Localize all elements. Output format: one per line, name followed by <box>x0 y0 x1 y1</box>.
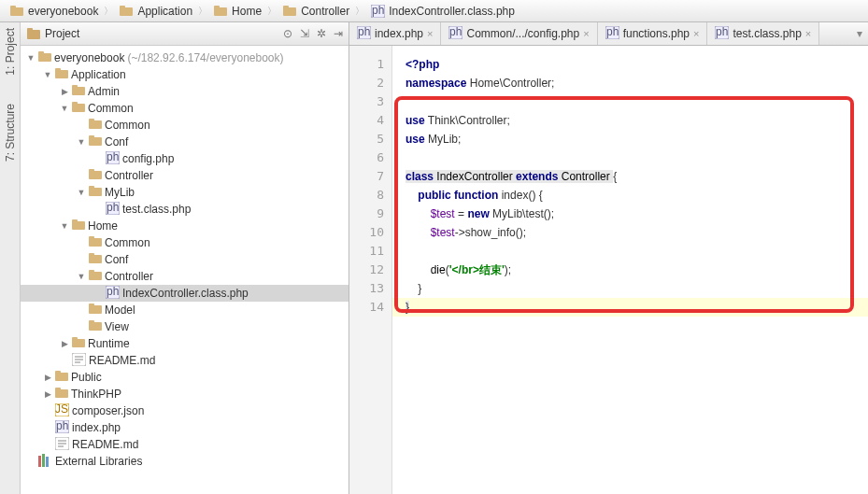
tree-node[interactable]: ▶ThinkPHP <box>21 386 349 402</box>
locate-icon[interactable]: ⊙ <box>283 27 292 40</box>
disclosure-arrow-icon[interactable]: ▼ <box>60 221 69 231</box>
code-line[interactable] <box>406 92 868 111</box>
php-icon: php <box>370 4 385 19</box>
tree-node[interactable]: ▼Conf <box>21 134 349 150</box>
project-tree[interactable]: ▼everyonebook (~/182.92.6.174/everyonebo… <box>21 46 349 494</box>
tree-node[interactable]: Common <box>21 117 349 134</box>
disclosure-arrow-icon[interactable]: ▼ <box>77 188 86 197</box>
tree-label: README.md <box>72 438 138 451</box>
code-line[interactable]: public function index() { <box>406 186 868 205</box>
close-icon[interactable]: × <box>693 28 699 39</box>
breadcrumb-item[interactable]: Home <box>209 4 265 19</box>
gear-icon[interactable]: ✲ <box>317 27 326 40</box>
code-line[interactable]: die('</br>结束'); <box>406 261 868 279</box>
rail-structure[interactable]: 7: Structure <box>4 104 17 162</box>
svg-rect-37 <box>89 253 94 257</box>
project-title: Project <box>45 27 79 40</box>
breadcrumb-item[interactable]: everyonebook <box>6 4 102 19</box>
code-line[interactable] <box>406 242 868 261</box>
folder-icon <box>72 219 85 233</box>
svg-rect-33 <box>72 219 78 223</box>
code-line[interactable]: namespace Home\Controller; <box>406 74 868 92</box>
disclosure-arrow-icon[interactable]: ▼ <box>77 137 86 147</box>
code-editor[interactable]: 1234567891011121314 <?phpnamespace Home\… <box>349 46 868 494</box>
rail-project[interactable]: 1: Project <box>4 28 17 76</box>
tree-node[interactable]: Controller <box>21 167 349 184</box>
svg-rect-47 <box>72 337 78 341</box>
line-number: 2 <box>349 74 391 92</box>
svg-text:php: php <box>107 151 120 163</box>
line-number: 7 <box>349 167 391 186</box>
editor-tab[interactable]: phpCommon/.../config.php× <box>441 22 597 45</box>
folder-icon <box>213 4 228 19</box>
close-icon[interactable]: × <box>427 28 433 39</box>
tree-node[interactable]: JSONcomposer.json <box>21 402 349 419</box>
breadcrumb: everyonebook〉Application〉Home〉Controller… <box>0 0 868 22</box>
tree-label: Conf <box>105 135 128 148</box>
chevron-right-icon: 〉 <box>104 5 113 18</box>
disclosure-arrow-icon[interactable]: ▶ <box>43 373 52 382</box>
close-icon[interactable]: × <box>583 28 589 39</box>
disclosure-arrow-icon[interactable]: ▼ <box>77 272 86 281</box>
tree-label: Model <box>105 303 135 317</box>
tree-node[interactable]: ▶Admin <box>21 83 349 100</box>
code-line[interactable]: } <box>406 279 868 298</box>
disclosure-arrow-icon[interactable]: ▶ <box>60 87 69 96</box>
svg-rect-13 <box>38 51 44 55</box>
tree-node[interactable]: Model <box>21 302 349 318</box>
disclosure-arrow-icon[interactable]: ▶ <box>60 339 69 348</box>
svg-rect-27 <box>89 169 94 173</box>
tree-node[interactable]: ▶Public <box>21 369 349 386</box>
tree-node[interactable]: phptest.class.php <box>21 201 349 218</box>
tree-label: Common <box>105 236 150 249</box>
collapse-icon[interactable]: ⇲ <box>300 27 309 40</box>
code-line[interactable]: $test = new MyLib\test(); <box>406 205 868 223</box>
tree-node[interactable]: phpindex.php <box>21 419 349 436</box>
tree-node[interactable]: ▼Application <box>21 66 349 83</box>
tree-node[interactable]: ▼Controller <box>21 268 349 285</box>
tree-node[interactable]: phpIndexController.class.php <box>21 285 349 302</box>
php-icon: php <box>106 202 120 218</box>
editor-tab[interactable]: phptest.class.php× <box>707 22 819 45</box>
disclosure-arrow-icon[interactable]: ▼ <box>26 53 36 63</box>
line-number: 4 <box>349 111 391 130</box>
tree-node[interactable]: View <box>21 318 349 335</box>
tree-node[interactable]: ▼Common <box>21 100 349 117</box>
tree-label: Public <box>71 371 102 384</box>
breadcrumb-item[interactable]: Application <box>115 4 196 19</box>
close-icon[interactable]: × <box>805 28 811 39</box>
svg-rect-23 <box>89 135 94 139</box>
tree-node[interactable]: External Libraries <box>21 453 349 470</box>
breadcrumb-item[interactable]: phpIndexController.class.php <box>366 4 519 19</box>
tree-node[interactable]: phpconfig.php <box>21 150 349 167</box>
tree-node[interactable]: README.md <box>21 436 349 453</box>
code-content[interactable]: <?phpnamespace Home\Controller;use Think… <box>392 46 868 494</box>
tabs-overflow[interactable]: ▾ <box>851 22 868 45</box>
code-line[interactable] <box>406 148 868 167</box>
tree-node[interactable]: ▼Home <box>21 218 349 234</box>
editor-tab[interactable]: phpindex.php× <box>349 22 441 45</box>
folder-icon <box>72 85 85 98</box>
code-line[interactable]: use MyLib; <box>406 130 868 148</box>
editor-tab[interactable]: phpfunctions.php× <box>598 22 708 45</box>
tree-node[interactable]: README.md <box>21 352 349 369</box>
code-line[interactable]: <?php <box>406 55 868 74</box>
code-line[interactable]: class IndexController extends Controller… <box>406 167 868 186</box>
tree-node[interactable]: ▼MyLib <box>21 184 349 201</box>
tree-node[interactable]: ▼everyonebook (~/182.92.6.174/everyonebo… <box>21 49 349 66</box>
tree-node[interactable]: ▶Runtime <box>21 335 349 352</box>
tree-node[interactable]: Conf <box>21 251 349 268</box>
tree-label: Common <box>88 102 134 115</box>
disclosure-arrow-icon[interactable]: ▶ <box>43 389 52 399</box>
disclosure-arrow-icon[interactable]: ▼ <box>60 104 69 113</box>
code-line[interactable]: use Think\Controller; <box>406 111 868 130</box>
code-line[interactable]: $test->show_info(); <box>406 223 868 242</box>
disclosure-arrow-icon[interactable]: ▼ <box>43 70 52 79</box>
tree-sublabel: (~/182.92.6.174/everyonebook) <box>127 51 283 64</box>
tree-node[interactable]: Common <box>21 234 349 251</box>
code-line[interactable]: } <box>406 298 868 317</box>
hide-icon[interactable]: ⇥ <box>334 27 343 40</box>
breadcrumb-item[interactable]: Controller <box>278 4 353 19</box>
svg-rect-11 <box>27 28 33 32</box>
line-number: 9 <box>349 205 391 223</box>
